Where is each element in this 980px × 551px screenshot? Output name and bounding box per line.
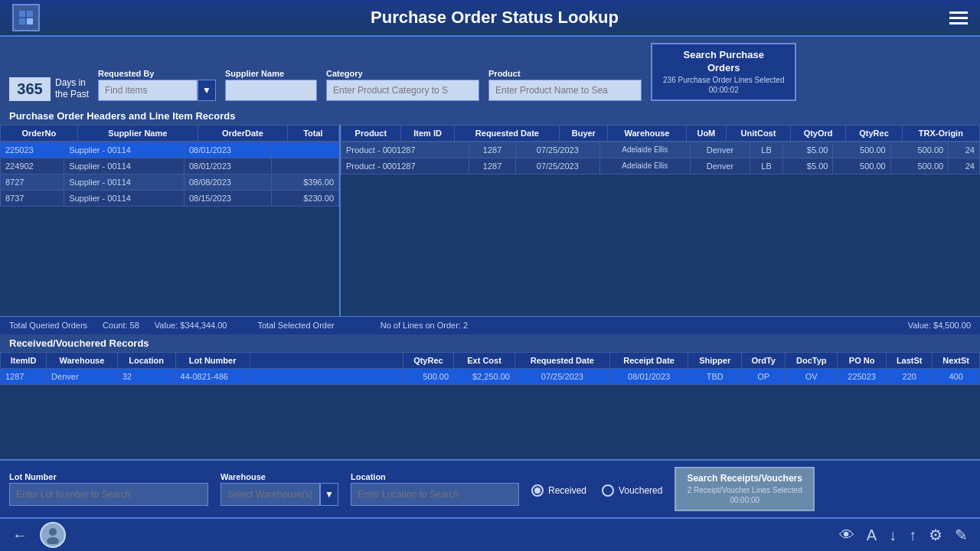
warehouse-dropdown-btn[interactable]: ▼ (320, 483, 338, 506)
lot-number-input[interactable] (9, 483, 208, 506)
po-tables-area: OrderNo Supplier Name OrderDate Total 22… (0, 125, 980, 316)
category-input[interactable] (326, 80, 479, 101)
received-radio[interactable]: Received (531, 484, 586, 497)
order-no-cell: 8727 (1, 174, 64, 190)
font-icon: A (867, 527, 877, 544)
col-order-date: OrderDate (198, 125, 288, 141)
trx-origin-cell: 24 (949, 158, 980, 174)
location-input[interactable] (351, 483, 519, 506)
up-button[interactable]: ↑ (909, 527, 916, 544)
edit-button[interactable]: ✎ (955, 526, 968, 544)
avatar[interactable] (40, 522, 66, 548)
supplier-name-input[interactable]: 114 (225, 80, 317, 101)
recv-doc-typ: OV (786, 368, 838, 384)
col-uom: UoM (686, 125, 726, 141)
recv-col-receipt-date: Receipt Date (609, 352, 688, 368)
po-left-table-scroll[interactable]: 225023 Supplier - 00114 08/01/2023 22490… (0, 142, 339, 316)
location-field: Location (351, 472, 519, 506)
recv-col-qty-rec-val: QtyRec (403, 352, 453, 368)
item-id-cell: 1287 (469, 158, 516, 174)
vouchered-radio-label: Vouchered (619, 485, 662, 496)
order-date-cell: 08/01/2023 (184, 142, 271, 158)
footer-toolbar: ← 👁 A ↓ ↑ ⚙ ✎ (0, 517, 980, 551)
gear-button[interactable]: ⚙ (929, 526, 942, 544)
po-right-table-scroll[interactable]: Product - 0001287 1287 07/25/2023 Adelai… (341, 142, 980, 316)
recv-col-qtyrec (250, 352, 403, 368)
requested-by-field: Requested By ▼ (98, 69, 216, 101)
back-button[interactable]: ← (12, 527, 28, 544)
item-id-cell: 1287 (469, 142, 516, 158)
bottom-search-bar: Lot Number Warehouse ▼ Location Received… (0, 459, 980, 517)
down-button[interactable]: ↓ (889, 527, 897, 544)
recv-empty (250, 368, 403, 384)
recv-warehouse: Denver (47, 368, 118, 384)
recv-lot-number: 44-0821-486 (175, 368, 250, 384)
product-input[interactable] (488, 80, 642, 101)
warehouse-field: Warehouse ▼ (220, 472, 338, 506)
total-queried-label: Total Queried Orders (9, 321, 87, 330)
location-label: Location (351, 472, 519, 481)
table-row[interactable]: 8737 Supplier - 00114 08/15/2023 $230.00 (1, 190, 339, 206)
table-row[interactable]: 225023 Supplier - 00114 08/01/2023 (1, 142, 339, 158)
buyer-cell: Adelaide Ellis (599, 158, 690, 174)
recv-col-warehouse: Warehouse (47, 352, 118, 368)
vouchered-radio[interactable]: Vouchered (602, 484, 662, 497)
recv-shipper: TBD (688, 368, 742, 384)
recv-item-id: 1287 (1, 368, 47, 384)
lot-number-field: Lot Number (9, 472, 208, 506)
warehouse-cell: Denver (690, 158, 750, 174)
requested-by-dropdown-btn[interactable]: ▼ (198, 80, 216, 101)
lot-number-label: Lot Number (9, 472, 208, 481)
table-row[interactable]: 224902 Supplier - 00114 08/01/2023 (1, 158, 339, 174)
buyer-cell: Adelaide Ellis (599, 142, 690, 158)
recv-col-shipper: Shipper (688, 352, 742, 368)
warehouse-input[interactable] (220, 483, 320, 506)
recv-last-st: 220 (887, 368, 933, 384)
eye-button[interactable]: 👁 (839, 527, 854, 544)
order-date-cell: 08/08/2023 (184, 174, 271, 190)
table-row[interactable]: Product - 0001287 1287 07/25/2023 Adelai… (341, 142, 980, 158)
total-queried-value: Value: $344,344.00 (155, 321, 227, 330)
order-date-cell: 08/15/2023 (184, 190, 271, 206)
recv-col-itemid: ItemID (1, 352, 47, 368)
requested-by-label: Requested By (98, 69, 216, 78)
recv-receipt-date: 08/01/2023 (609, 368, 688, 384)
received-radio-label: Received (548, 485, 586, 496)
total-cell: $230.00 (271, 190, 338, 206)
requested-by-input[interactable] (98, 80, 198, 101)
supplier-cell: Supplier - 00114 (64, 158, 185, 174)
recv-col-location: Location (117, 352, 175, 368)
warehouse-dropdown: ▼ (220, 483, 338, 506)
font-button[interactable]: A (867, 527, 877, 544)
received-radio-icon (531, 484, 544, 497)
total-selected-label: Total Selected Order (257, 321, 334, 330)
col-qty-rec: QtyRec (846, 125, 902, 141)
total-cell: $396.00 (271, 174, 338, 190)
table-row[interactable]: 8727 Supplier - 00114 08/08/2023 $396.00 (1, 174, 339, 190)
recv-col-ord-ty: OrdTy (741, 352, 785, 368)
supplier-cell: Supplier - 00114 (64, 174, 185, 190)
search-receipts-button[interactable]: Search Receipts/Vouchers 2 Receipt/Vouch… (675, 467, 815, 511)
recv-col-ext-cost: Ext Cost (454, 352, 515, 368)
product-field: Product (488, 69, 642, 101)
supplier-name-field: Supplier Name 114 (225, 69, 317, 101)
table-row[interactable]: 1287 Denver 32 44-0821-486 500.00 $2,250… (1, 368, 980, 384)
hamburger-menu-icon[interactable] (949, 11, 968, 24)
search-purchase-orders-button[interactable]: Search Purchase Orders 236 Purchase Orde… (651, 43, 796, 101)
category-field: Category (326, 69, 479, 101)
days-value[interactable]: 365 (9, 77, 51, 101)
lines-on-order: No of Lines on Order: 2 (381, 321, 468, 330)
svg-point-5 (47, 537, 59, 544)
recv-col-req-date: Requested Date (514, 352, 609, 368)
svg-rect-2 (19, 18, 25, 24)
table-row[interactable]: Product - 0001287 1287 07/25/2023 Adelai… (341, 158, 980, 174)
svg-rect-3 (27, 18, 33, 24)
col-supplier-name: Supplier Name (77, 125, 198, 141)
req-date-cell: 07/25/2023 (515, 158, 599, 174)
recv-col-po-no: PO No (838, 352, 887, 368)
col-total: Total (287, 125, 338, 141)
order-no-cell: 224902 (1, 158, 64, 174)
recv-col-doc-typ: DocTyp (786, 352, 838, 368)
product-cell: Product - 0001287 (341, 142, 469, 158)
col-warehouse: Warehouse (608, 125, 686, 141)
